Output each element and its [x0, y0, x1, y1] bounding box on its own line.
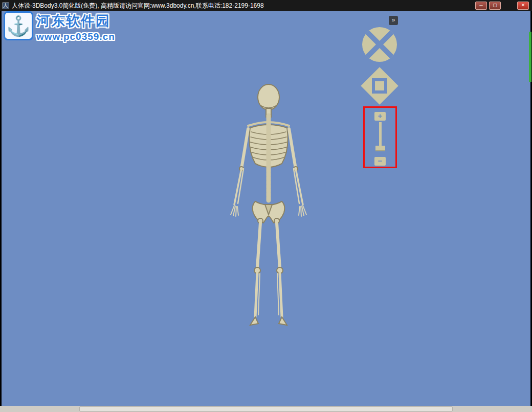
watermark-site-name: 河东软件园	[36, 12, 115, 30]
close-button[interactable]: ✕	[517, 2, 529, 10]
zoom-in-button[interactable]: +	[374, 112, 386, 121]
window-title: 人体说-3DBody3.0简化版(免费), 高精版请访问官网:www.3dbod…	[12, 2, 532, 10]
right-edge-indicator	[529, 32, 531, 82]
skeleton-model	[217, 83, 320, 341]
viewport-3d[interactable]: ⚓ 河东软件园 www.pc0359.cn	[2, 11, 530, 406]
watermark: ⚓ 河东软件园 www.pc0359.cn	[4, 11, 115, 42]
expand-controls-button[interactable]: »	[389, 16, 398, 25]
app-icon: 人	[2, 2, 9, 9]
window-controls: ─ ▢ ✕	[473, 2, 529, 10]
watermark-site-url: www.pc0359.cn	[36, 31, 115, 42]
title-bar: 人 人体说-3DBody3.0简化版(免费), 高精版请访问官网:www.3db…	[0, 0, 532, 11]
zoom-out-button[interactable]: −	[374, 157, 386, 166]
zoom-control-highlight: + −	[363, 106, 397, 168]
minimize-button[interactable]: ─	[475, 2, 487, 10]
orbit-rotate-control[interactable]	[362, 27, 397, 62]
anchor-icon: ⚓	[4, 11, 33, 40]
maximize-button[interactable]: ▢	[489, 2, 501, 10]
app-window: 人 人体说-3DBody3.0简化版(免费), 高精版请访问官网:www.3db…	[0, 0, 532, 412]
recenter-button[interactable]	[375, 81, 384, 90]
zoom-slider-track[interactable]	[379, 122, 382, 147]
watermark-text: 河东软件园 www.pc0359.cn	[36, 11, 115, 42]
horizontal-scrollbar[interactable]	[0, 406, 532, 412]
zoom-slider-handle[interactable]	[375, 146, 385, 151]
horizontal-scrollbar-thumb[interactable]	[79, 406, 453, 411]
